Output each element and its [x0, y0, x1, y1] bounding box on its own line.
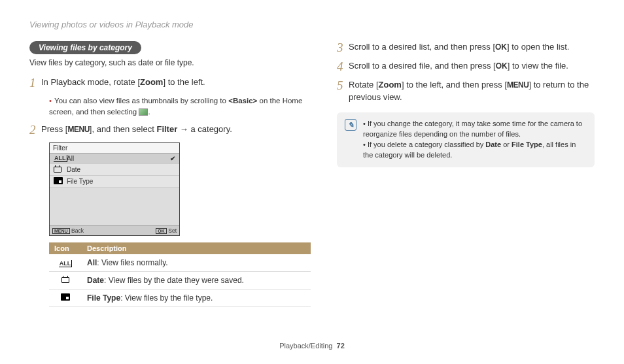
step-5: 5Rotate [Zoom] to the left, and then pre… — [337, 79, 595, 104]
note-box: ✎ If you change the category, it may tak… — [337, 112, 595, 167]
thumbnail-icon — [139, 108, 148, 116]
calendar-icon — [54, 165, 61, 173]
left-column: Viewing files by category View files by … — [29, 41, 311, 307]
table-header-icon: Icon — [49, 242, 82, 254]
filetype-icon — [61, 293, 70, 301]
all-icon: ALL — [54, 155, 67, 162]
filter-screenshot: Filter ALLAll✔DateFile Type MENU Back OK… — [49, 142, 180, 236]
ok-glyph: OK — [496, 61, 508, 71]
calendar-icon — [61, 276, 69, 283]
all-icon: ALL — [59, 260, 73, 267]
screenshot-footer-back: MENU Back — [52, 227, 84, 234]
table-row: Date: View files by the date they were s… — [49, 272, 311, 290]
note-icon: ✎ — [345, 119, 356, 131]
screenshot-title: Filter — [50, 143, 179, 154]
step-body: Press [MENU], and then select Filter → a… — [41, 124, 311, 136]
table-header-description: Description — [82, 242, 311, 254]
step-number: 5 — [337, 79, 349, 93]
step-number: 2 — [29, 124, 41, 137]
table-row: ALLAll: View files normally. — [49, 254, 311, 272]
screenshot-footer-set: OK Set — [156, 227, 177, 234]
menu-glyph: MENU — [507, 80, 529, 90]
step-2: 2Press [MENU], and then select Filter → … — [29, 124, 311, 137]
note-item: If you change the category, it may take … — [363, 119, 587, 140]
breadcrumb: Viewing photos or videos in Playback mod… — [29, 20, 595, 29]
step-number: 1 — [29, 76, 41, 90]
screenshot-row: File Type — [50, 176, 179, 188]
step-body: Rotate [Zoom] to the left, and then pres… — [349, 79, 595, 104]
intro-text: View files by category, such as date or … — [29, 58, 311, 67]
screenshot-row: ALLAll✔ — [50, 154, 179, 164]
section-heading-pill: Viewing files by category — [29, 41, 141, 54]
filetype-icon — [54, 177, 63, 184]
check-icon: ✔ — [170, 155, 175, 162]
menu-glyph: MENU — [67, 125, 89, 134]
step-body: In Playback mode, rotate [Zoom] to the l… — [41, 76, 311, 89]
table-row: File Type: View files by the file type. — [49, 290, 311, 307]
ok-glyph: OK — [495, 42, 507, 52]
step-1: 1In Playback mode, rotate [Zoom] to the … — [29, 76, 311, 90]
note-item: If you delete a category classified by D… — [363, 140, 587, 161]
step-sub: •You can also view files as thumbnails b… — [49, 95, 311, 117]
screenshot-row: Date — [50, 164, 179, 176]
step-number: 4 — [337, 60, 349, 74]
icon-description-table: Icon Description ALLAll: View files norm… — [49, 242, 311, 307]
step-number: 3 — [337, 41, 349, 55]
step-4: 4Scroll to a desired file, and then pres… — [337, 60, 595, 74]
step-body: Scroll to a desired list, and then press… — [349, 41, 595, 54]
step-3: 3Scroll to a desired list, and then pres… — [337, 41, 595, 55]
page-footer: Playback/Editing 72 — [0, 342, 624, 350]
step-body: Scroll to a desired file, and then press… — [349, 60, 595, 73]
right-column: 3Scroll to a desired list, and then pres… — [337, 41, 595, 307]
